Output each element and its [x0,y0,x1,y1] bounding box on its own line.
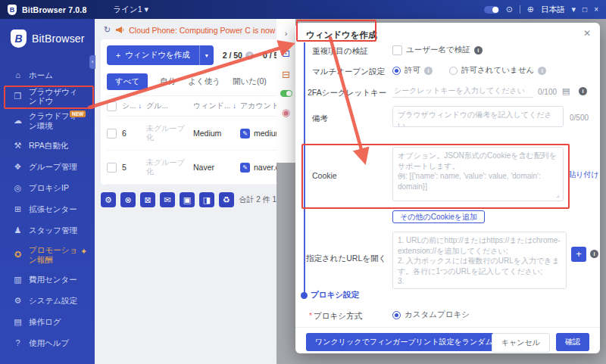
sidebar-item-group-management[interactable]: ❖ グループ管理 [0,156,95,177]
remark-label: 備考 [312,114,328,124]
proxy-icon: ◎ [13,183,23,193]
close-window-button[interactable]: × [594,5,598,14]
sort-down-icon[interactable]: ↓ [233,102,236,110]
batch-archive-button[interactable]: ◨ [199,192,214,207]
screen-share-icon[interactable]: ⊟ [282,69,290,80]
confirm-button[interactable]: 確認 [556,333,589,351]
row-checkbox[interactable] [107,129,117,138]
staff-icon: ♟ [13,226,23,235]
dup-check-checkbox[interactable] [392,45,402,55]
chevron-down-icon: ▾ [145,5,149,14]
browser-window-icon: ❒ [13,92,23,101]
sort-down-icon[interactable]: ↓ [139,102,142,110]
edit-platform-icon[interactable]: ✎ [240,163,250,173]
sidebar-item-rpa[interactable]: ⚒ RPA自動化 [0,135,95,156]
tfa-secret-input[interactable] [392,83,533,98]
proxy-section-title: プロキシ設定 [311,290,359,300]
sparkle-icon: ✦ [80,247,87,257]
home-icon: ⌂ [13,70,23,79]
batch-settings-button[interactable]: ⚙ [101,192,116,207]
section-timeline [304,42,305,294]
chevron-down-icon: ▾ [205,52,208,59]
tab-all[interactable]: すべて [107,73,148,90]
info-icon[interactable]: i [424,67,433,75]
refresh-icon[interactable]: ↻ [104,25,111,35]
sidebar-item-browser-windows[interactable]: ❒ ブラウザウィンドウ [0,86,95,107]
open-url-textarea[interactable] [392,232,567,289]
modal-close-icon[interactable]: ✕ [583,28,591,39]
modal-title: ウィンドウを作成 [306,30,377,41]
sidebar-item-home[interactable]: ⌂ ホーム [0,64,95,86]
batch-export-button[interactable]: ✉ [160,192,175,207]
create-window-label: ウィンドウを作成 [125,50,189,61]
create-window-split-button[interactable]: + ウィンドウを作成 ▾ [107,45,214,65]
notes-icon[interactable]: ⊡ [282,48,290,59]
language-selector[interactable]: 日本語 [541,5,565,15]
resize-handle-icon[interactable]: ⌟ [556,191,559,198]
sidebar-item-label: ブラウザウィンドウ [29,87,83,105]
add-url-button[interactable]: + [571,247,586,262]
column-seq[interactable]: シ... [122,101,136,111]
info-icon[interactable]: i [538,67,546,75]
clipboard-icon[interactable]: ▤ [562,86,570,96]
quick-toolbar: › ⊡ ⊟ ◉ [276,19,295,163]
line-selector[interactable]: ライン1 ▾ [113,5,148,15]
proxy-section-bullet [301,292,308,299]
sidebar-item-system-settings[interactable]: ⚙ システム設定 [0,290,95,311]
edit-platform-icon[interactable]: ✎ [240,129,250,138]
tab-mine[interactable]: 自分 [160,76,176,87]
column-group[interactable]: グル... [146,101,193,111]
dup-check-label: 重複項目の検証 [312,46,368,57]
sidebar-item-label: 費用センター [29,275,83,284]
theme-toggle[interactable] [484,6,499,14]
info-icon[interactable]: i [474,46,483,54]
cell-group: 未グループ化 [146,124,187,143]
column-window[interactable]: ウィンド... [193,101,230,111]
batch-close-circle-button[interactable]: ⊗ [120,192,136,207]
support-headset-icon[interactable]: ⊙ [506,5,513,14]
extension-icon: ⊞ [13,204,23,214]
multi-open-deny-radio[interactable] [449,67,458,75]
rpa-icon: ⚒ [13,141,23,151]
sidebar-item-staff-management[interactable]: ♟ スタッフ管理 [0,219,95,241]
sidebar-item-extension-center[interactable]: ⊞ 拡張センター [0,198,95,219]
remark-textarea[interactable] [392,106,564,127]
tab-frequent[interactable]: よく使う [188,76,220,87]
sidebar-item-proxy-ip[interactable]: ◎ プロキシIP [0,177,95,198]
quick-toggle-switch[interactable] [280,90,292,97]
remark-counter: 0/500 [570,114,589,122]
dup-check-option-label: ユーザー名で検証 [406,45,470,55]
custom-proxy-radio[interactable] [392,311,401,319]
info-icon[interactable]: i [245,51,254,60]
add-cookie-button[interactable]: その他のCookieを追加 [392,210,485,223]
window-quota-value: 2 / 50 [223,51,242,60]
batch-trash-button[interactable]: ♻ [219,192,234,207]
row-checkbox[interactable] [107,163,117,173]
topbar: B BitBrowser 7.0.8 ライン1 ▾ ⊙ ⊕ 日本語 ▾ □ × [0,0,606,19]
batch-window-button[interactable]: ▣ [180,192,195,207]
select-all-checkbox[interactable] [107,101,117,111]
app-dot-icon[interactable]: ◉ [282,107,290,118]
promotion-icon: ✪ [13,250,23,260]
cell-window-name: Medium [193,129,240,138]
cookie-textarea[interactable] [392,147,564,201]
sidebar-item-cost-center[interactable]: ▥ 費用センター [0,269,95,290]
tab-opened[interactable]: 開いた(0) [233,76,267,87]
sidebar-item-help[interactable]: ? 使用ヘルプ [0,332,95,353]
sidebar-item-cloud-phone[interactable]: ☁ クラウドフォン環境 NEW [0,107,95,135]
multi-open-allow-radio[interactable] [392,67,401,75]
cancel-button[interactable]: キャンセル [492,333,550,353]
cell-group: 未グループ化 [146,158,187,177]
sidebar-item-promotion-rewards[interactable]: ✪ プロモーション報酬 ✦ [0,241,95,269]
expand-panel-chevron-icon[interactable]: › [285,29,288,38]
batch-close-square-button[interactable]: ⊠ [140,192,155,207]
info-icon[interactable]: i [590,250,598,258]
random-fingerprint-button[interactable]: ワンクリックでフィンガープリント設定をランダム生成 [306,333,517,351]
create-window-dropdown[interactable]: ▾ [199,45,214,65]
sidebar-item-operation-log[interactable]: ▤ 操作ログ [0,311,95,332]
info-icon[interactable]: i [579,87,587,95]
group-icon: ❖ [13,162,23,172]
paste-link[interactable]: 貼り付け [568,170,598,180]
maximize-button[interactable]: □ [583,5,587,14]
footer-divider [295,327,600,328]
